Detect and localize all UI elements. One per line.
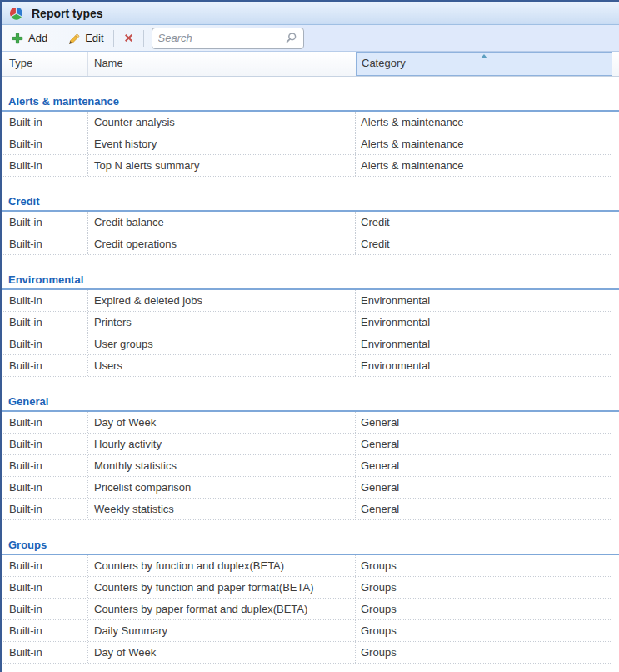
table-row[interactable]: Built-inCounters by function and paper f…: [2, 577, 612, 599]
cell-category: Alerts & maintenance: [356, 133, 612, 154]
table-row[interactable]: Built-inMonthly statisticsGeneral: [2, 455, 612, 477]
column-header-name[interactable]: Name: [88, 52, 356, 76]
group-header: Groups: [2, 538, 619, 555]
table-row[interactable]: Built-inHourly activityGeneral: [2, 434, 612, 455]
report-types-window: Report types Add Edit: [0, 0, 619, 672]
cell-type: Built-in: [2, 355, 88, 376]
column-header-type[interactable]: Type: [2, 52, 88, 76]
cell-type: Built-in: [2, 333, 88, 354]
table-row[interactable]: Built-inDay of WeekGeneral: [2, 412, 612, 434]
toolbar: Add Edit: [2, 25, 619, 52]
table-row[interactable]: Built-inCredit operationsCredit: [2, 233, 612, 255]
cell-type: Built-in: [2, 455, 88, 476]
cell-type: Built-in: [2, 155, 88, 176]
cell-category: Environmental: [356, 333, 612, 354]
group-gap: [2, 255, 619, 273]
edit-button-label: Edit: [85, 32, 103, 44]
cell-category: Environmental: [356, 312, 612, 333]
table-row[interactable]: Built-inWeekly statisticsGeneral: [2, 499, 612, 520]
cell-type: Built-in: [2, 620, 88, 641]
cell-name: Credit operations: [88, 233, 356, 254]
cell-type: Built-in: [2, 290, 88, 311]
plus-icon: [12, 33, 23, 44]
cell-category: General: [356, 499, 612, 519]
delete-button[interactable]: [117, 30, 140, 46]
cell-category: General: [356, 477, 612, 498]
group-header: Alerts & maintenance: [2, 94, 619, 112]
cell-type: Built-in: [2, 577, 88, 598]
cell-type: Built-in: [2, 499, 88, 519]
column-header-category[interactable]: Category: [356, 52, 612, 76]
table-row[interactable]: Built-inExpired & deleted jobsEnvironmen…: [2, 290, 612, 312]
cell-category: Environmental: [356, 355, 612, 376]
cell-category: Credit: [356, 212, 612, 233]
pencil-icon: [67, 32, 80, 44]
cell-name: Expired & deleted jobs: [88, 290, 356, 311]
table-row[interactable]: Built-inDay of WeekGroups: [2, 642, 612, 664]
cell-name: Counter analysis: [88, 112, 356, 133]
cell-type: Built-in: [2, 233, 88, 254]
table-body: Alerts & maintenanceBuilt-inCounter anal…: [2, 77, 619, 664]
cell-name: Weekly statistics: [88, 499, 356, 519]
cell-category: Alerts & maintenance: [356, 112, 612, 133]
cell-name: Day of Week: [88, 642, 356, 663]
cell-category: Groups: [356, 599, 612, 619]
cell-name: Counters by paper format and duplex(BETA…: [88, 599, 356, 619]
table-row[interactable]: Built-inUsersEnvironmental: [2, 355, 612, 377]
cell-category: Groups: [356, 620, 612, 641]
cell-name: Counters by function and duplex(BETA): [88, 555, 356, 576]
cell-category: General: [356, 434, 612, 454]
add-button[interactable]: Add: [6, 29, 53, 47]
group-header: Credit: [2, 194, 619, 212]
cell-category: Groups: [356, 642, 612, 663]
cell-name: Users: [88, 355, 356, 376]
group-gap: [2, 520, 619, 538]
add-button-label: Add: [28, 32, 47, 44]
search-input[interactable]: [158, 32, 285, 44]
group-gap: [2, 377, 619, 394]
cell-type: Built-in: [2, 434, 88, 454]
table-row[interactable]: Built-inCounters by function and duplex(…: [2, 555, 612, 577]
cell-name: Counters by function and paper format(BE…: [88, 577, 356, 598]
group-gap: [2, 177, 619, 194]
cell-name: User groups: [88, 333, 356, 354]
cell-name: Hourly activity: [88, 434, 356, 454]
cell-name: Event history: [88, 133, 356, 154]
cell-type: Built-in: [2, 112, 88, 133]
table-row[interactable]: Built-inPrintersEnvironmental: [2, 312, 612, 333]
cell-name: Top N alerts summary: [88, 155, 356, 176]
table-row[interactable]: Built-inEvent historyAlerts & maintenanc…: [2, 133, 612, 155]
cell-name: Day of Week: [88, 412, 356, 433]
table-row[interactable]: Built-inCounters by paper format and dup…: [2, 599, 612, 620]
edit-button[interactable]: Edit: [61, 29, 109, 47]
table-row[interactable]: Built-inPricelist comparisonGeneral: [2, 477, 612, 499]
cell-category: General: [356, 412, 612, 433]
cell-category: General: [356, 455, 612, 476]
cell-type: Built-in: [2, 212, 88, 233]
cell-type: Built-in: [2, 477, 88, 498]
cell-type: Built-in: [2, 312, 88, 333]
cell-category: Credit: [356, 233, 612, 254]
table-row[interactable]: Built-inDaily SummaryGroups: [2, 620, 612, 642]
table-row[interactable]: Built-inUser groupsEnvironmental: [2, 333, 612, 355]
cell-type: Built-in: [2, 133, 88, 154]
cell-type: Built-in: [2, 555, 88, 576]
x-icon: [123, 33, 134, 43]
group-gap: [2, 77, 619, 94]
table-row[interactable]: Built-inCounter analysisAlerts & mainten…: [2, 112, 612, 133]
toolbar-separator: [57, 30, 57, 47]
toolbar-separator: [143, 30, 144, 47]
cell-category: Alerts & maintenance: [356, 155, 612, 176]
cell-name: Monthly statistics: [88, 455, 356, 476]
table-row[interactable]: Built-inCredit balanceCredit: [2, 212, 612, 233]
search-box[interactable]: [152, 28, 304, 49]
column-header-category-label: Category: [362, 57, 406, 69]
cell-name: Daily Summary: [88, 620, 356, 641]
cell-category: Groups: [356, 577, 612, 598]
cell-name: Credit balance: [88, 212, 356, 233]
magnifier-icon[interactable]: [285, 32, 297, 44]
window-title: Report types: [32, 7, 103, 20]
table-row[interactable]: Built-inTop N alerts summaryAlerts & mai…: [2, 155, 612, 177]
cell-type: Built-in: [2, 599, 88, 619]
titlebar: Report types: [2, 2, 619, 25]
